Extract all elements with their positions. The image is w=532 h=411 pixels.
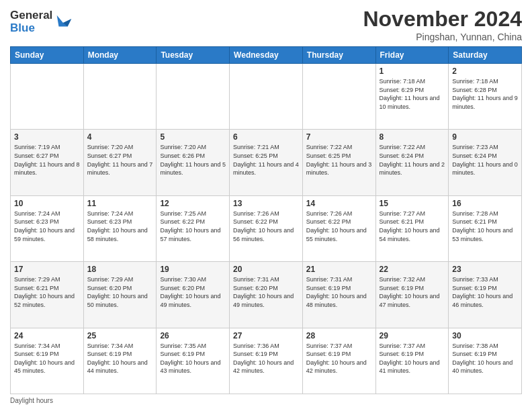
day-number: 25 [87, 331, 153, 340]
day-info: Sunrise: 7:19 AM Sunset: 6:27 PM Dayligh… [14, 143, 80, 177]
weekday-header: Saturday [449, 47, 522, 64]
calendar-cell: 18Sunrise: 7:29 AM Sunset: 6:20 PM Dayli… [83, 262, 157, 328]
calendar-cell: 6Sunrise: 7:21 AM Sunset: 6:25 PM Daylig… [230, 130, 303, 195]
calendar-cell: 30Sunrise: 7:38 AM Sunset: 6:19 PM Dayli… [449, 328, 522, 394]
day-info: Sunrise: 7:37 AM Sunset: 6:19 PM Dayligh… [380, 342, 445, 375]
day-info: Sunrise: 7:22 AM Sunset: 6:25 PM Dayligh… [306, 143, 372, 177]
day-number: 8 [380, 132, 445, 142]
title-block: November 2024 Pingshan, Yunnan, China [363, 7, 522, 42]
day-info: Sunrise: 7:20 AM Sunset: 6:27 PM Dayligh… [87, 143, 153, 177]
day-number: 3 [14, 132, 80, 142]
day-number: 14 [306, 199, 372, 208]
day-info: Sunrise: 7:24 AM Sunset: 6:23 PM Dayligh… [87, 210, 153, 243]
day-info: Sunrise: 7:37 AM Sunset: 6:19 PM Dayligh… [306, 342, 372, 375]
day-info: Sunrise: 7:33 AM Sunset: 6:19 PM Dayligh… [452, 275, 518, 309]
day-info: Sunrise: 7:31 AM Sunset: 6:19 PM Dayligh… [306, 275, 372, 309]
calendar-table: SundayMondayTuesdayWednesdayThursdayFrid… [10, 46, 522, 394]
location-subtitle: Pingshan, Yunnan, China [363, 32, 522, 42]
day-info: Sunrise: 7:18 AM Sunset: 6:29 PM Dayligh… [380, 77, 445, 111]
logo-line1: General [10, 9, 52, 22]
calendar-week-row: 24Sunrise: 7:34 AM Sunset: 6:19 PM Dayli… [11, 328, 522, 394]
calendar-cell [302, 64, 375, 130]
day-info: Sunrise: 7:24 AM Sunset: 6:23 PM Dayligh… [14, 210, 80, 243]
weekday-header: Thursday [302, 47, 375, 64]
day-number: 23 [452, 265, 518, 274]
day-number: 15 [380, 199, 445, 208]
calendar-cell: 28Sunrise: 7:37 AM Sunset: 6:19 PM Dayli… [302, 328, 375, 394]
calendar-cell: 25Sunrise: 7:34 AM Sunset: 6:19 PM Dayli… [83, 328, 157, 394]
weekday-header: Wednesday [230, 47, 303, 64]
day-number: 21 [306, 265, 372, 274]
day-number: 27 [233, 331, 299, 340]
logo-text: General Blue [10, 9, 73, 34]
calendar-cell: 2Sunrise: 7:18 AM Sunset: 6:28 PM Daylig… [449, 64, 522, 130]
calendar-cell: 14Sunrise: 7:26 AM Sunset: 6:22 PM Dayli… [302, 195, 375, 261]
calendar-cell: 23Sunrise: 7:33 AM Sunset: 6:19 PM Dayli… [449, 262, 522, 328]
day-number: 18 [87, 265, 153, 274]
calendar-cell [11, 64, 84, 130]
calendar-cell [230, 64, 303, 130]
day-info: Sunrise: 7:29 AM Sunset: 6:21 PM Dayligh… [14, 275, 80, 309]
day-info: Sunrise: 7:31 AM Sunset: 6:20 PM Dayligh… [233, 275, 299, 309]
calendar-cell: 29Sunrise: 7:37 AM Sunset: 6:19 PM Dayli… [375, 328, 449, 394]
calendar-week-row: 1Sunrise: 7:18 AM Sunset: 6:29 PM Daylig… [11, 64, 522, 130]
calendar-cell: 21Sunrise: 7:31 AM Sunset: 6:19 PM Dayli… [302, 262, 375, 328]
calendar-week-row: 10Sunrise: 7:24 AM Sunset: 6:23 PM Dayli… [11, 195, 522, 261]
calendar-cell: 24Sunrise: 7:34 AM Sunset: 6:19 PM Dayli… [11, 328, 84, 394]
day-number: 22 [380, 265, 445, 274]
day-info: Sunrise: 7:34 AM Sunset: 6:19 PM Dayligh… [87, 342, 153, 375]
day-number: 20 [233, 265, 299, 274]
calendar-cell: 4Sunrise: 7:20 AM Sunset: 6:27 PM Daylig… [83, 130, 157, 195]
day-info: Sunrise: 7:34 AM Sunset: 6:19 PM Dayligh… [14, 342, 80, 375]
calendar-cell [157, 64, 230, 130]
weekday-header: Sunday [11, 47, 84, 64]
day-number: 4 [87, 132, 153, 142]
calendar-header-row: SundayMondayTuesdayWednesdayThursdayFrid… [11, 47, 522, 64]
logo-icon [54, 13, 73, 32]
calendar-cell: 27Sunrise: 7:36 AM Sunset: 6:19 PM Dayli… [230, 328, 303, 394]
day-number: 9 [452, 132, 518, 142]
calendar-cell: 9Sunrise: 7:23 AM Sunset: 6:24 PM Daylig… [449, 130, 522, 195]
calendar-cell: 26Sunrise: 7:35 AM Sunset: 6:19 PM Dayli… [157, 328, 230, 394]
day-number: 12 [160, 199, 226, 208]
calendar-cell: 3Sunrise: 7:19 AM Sunset: 6:27 PM Daylig… [11, 130, 84, 195]
day-number: 30 [452, 331, 518, 340]
day-number: 24 [14, 331, 80, 340]
day-info: Sunrise: 7:30 AM Sunset: 6:20 PM Dayligh… [160, 275, 226, 309]
footer: Daylight hours [10, 397, 522, 404]
calendar-cell: 17Sunrise: 7:29 AM Sunset: 6:21 PM Dayli… [11, 262, 84, 328]
day-info: Sunrise: 7:27 AM Sunset: 6:21 PM Dayligh… [380, 210, 445, 243]
day-number: 11 [87, 199, 153, 208]
calendar-week-row: 3Sunrise: 7:19 AM Sunset: 6:27 PM Daylig… [11, 130, 522, 195]
day-number: 13 [233, 199, 299, 208]
day-number: 1 [380, 66, 445, 76]
day-info: Sunrise: 7:29 AM Sunset: 6:20 PM Dayligh… [87, 275, 153, 309]
calendar-cell: 1Sunrise: 7:18 AM Sunset: 6:29 PM Daylig… [375, 64, 449, 130]
calendar-cell: 5Sunrise: 7:20 AM Sunset: 6:26 PM Daylig… [157, 130, 230, 195]
weekday-header: Monday [83, 47, 157, 64]
calendar-cell: 22Sunrise: 7:32 AM Sunset: 6:19 PM Dayli… [375, 262, 449, 328]
logo: General Blue [10, 9, 73, 34]
daylight-label: Daylight hours [10, 397, 53, 404]
day-number: 19 [160, 265, 226, 274]
day-info: Sunrise: 7:38 AM Sunset: 6:19 PM Dayligh… [452, 342, 518, 375]
day-number: 16 [452, 199, 518, 208]
calendar-cell: 16Sunrise: 7:28 AM Sunset: 6:21 PM Dayli… [449, 195, 522, 261]
day-number: 10 [14, 199, 80, 208]
header: General Blue November 2024 Pingshan, Yun… [10, 7, 522, 42]
day-info: Sunrise: 7:32 AM Sunset: 6:19 PM Dayligh… [380, 275, 445, 309]
day-number: 17 [14, 265, 80, 274]
calendar-cell: 12Sunrise: 7:25 AM Sunset: 6:22 PM Dayli… [157, 195, 230, 261]
day-number: 6 [233, 132, 299, 142]
day-number: 26 [160, 331, 226, 340]
calendar-cell: 8Sunrise: 7:22 AM Sunset: 6:24 PM Daylig… [375, 130, 449, 195]
logo-line2: Blue [10, 22, 52, 35]
calendar-cell: 10Sunrise: 7:24 AM Sunset: 6:23 PM Dayli… [11, 195, 84, 261]
day-info: Sunrise: 7:36 AM Sunset: 6:19 PM Dayligh… [233, 342, 299, 375]
calendar-cell: 11Sunrise: 7:24 AM Sunset: 6:23 PM Dayli… [83, 195, 157, 261]
day-number: 28 [306, 331, 372, 340]
day-info: Sunrise: 7:20 AM Sunset: 6:26 PM Dayligh… [160, 143, 226, 177]
weekday-header: Friday [375, 47, 449, 64]
day-number: 29 [380, 331, 445, 340]
calendar-cell: 19Sunrise: 7:30 AM Sunset: 6:20 PM Dayli… [157, 262, 230, 328]
